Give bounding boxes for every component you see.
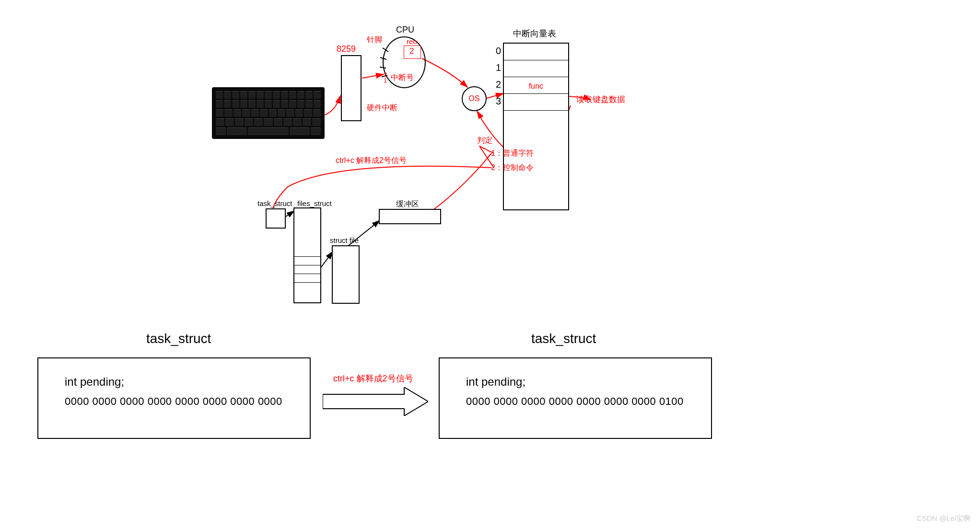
pin-label: 针脚	[367, 35, 382, 45]
task-struct-small-label: task_struct	[257, 199, 292, 207]
ivt-index-3: 3	[491, 96, 501, 107]
ivt-title: 中断向量表	[513, 28, 556, 39]
struct-file-column	[332, 245, 360, 304]
bits-left: 0000 0000 0000 0000 0000 0000 0000 0000	[65, 395, 283, 408]
chip-8259	[341, 55, 362, 121]
svg-marker-4	[323, 387, 428, 416]
pending-label-left: int pending;	[65, 375, 283, 389]
keyboard-image	[212, 87, 325, 139]
read-keyboard-label: 读取键盘数据	[576, 94, 625, 105]
os-circle: OS	[462, 86, 487, 111]
interrupt-vector-table: func	[503, 43, 569, 210]
task-struct-right-title: task_struct	[531, 331, 596, 346]
func-label: func	[529, 82, 543, 90]
chip-label: 8259	[337, 44, 356, 54]
task-struct-box-right: int pending; 0000 0000 0000 0000 0000 00…	[439, 357, 712, 439]
os-label: OS	[468, 94, 479, 103]
big-arrow-icon	[323, 387, 428, 416]
option-2: 2：控制命令	[491, 163, 534, 173]
interrupt-number-label: 中断号	[391, 73, 414, 83]
task-struct-box-left: int pending; 0000 0000 0000 0000 0000 00…	[37, 357, 311, 439]
hardware-interrupt-label: 硬件中断	[367, 103, 397, 113]
cpu-label: CPU	[396, 25, 414, 35]
buffer-label: 缓冲区	[396, 199, 419, 209]
watermark: CSDN @Lei宝啊	[917, 514, 970, 523]
option-1: 1：普通字符	[491, 149, 534, 159]
struct-file-label: struct file	[330, 236, 359, 244]
ctrlc-label-upper: ctrl+c 解释成2号信号	[336, 156, 407, 166]
files-struct-column	[293, 207, 321, 303]
task-struct-left-title: task_struct	[146, 331, 211, 346]
interrupt-number-values: 2 1	[384, 72, 387, 83]
ivt-index-1: 1	[491, 62, 501, 73]
ivt-index-2: 2	[491, 79, 501, 90]
pending-label-right: int pending;	[466, 375, 685, 389]
bits-right: 0000 0000 0000 0000 0000 0000 0000 0100	[466, 395, 685, 408]
judge-label: 判定	[477, 136, 492, 146]
ivt-index-0: 0	[491, 46, 501, 57]
reo-label: reo	[407, 37, 417, 46]
ctrlc-label-lower: ctrl+c 解释成2号信号	[333, 373, 413, 384]
buffer-box	[379, 209, 441, 224]
task-struct-small-box	[266, 208, 286, 229]
reo-value: 2	[409, 46, 414, 56]
files-struct-label: files_struct	[297, 199, 332, 207]
